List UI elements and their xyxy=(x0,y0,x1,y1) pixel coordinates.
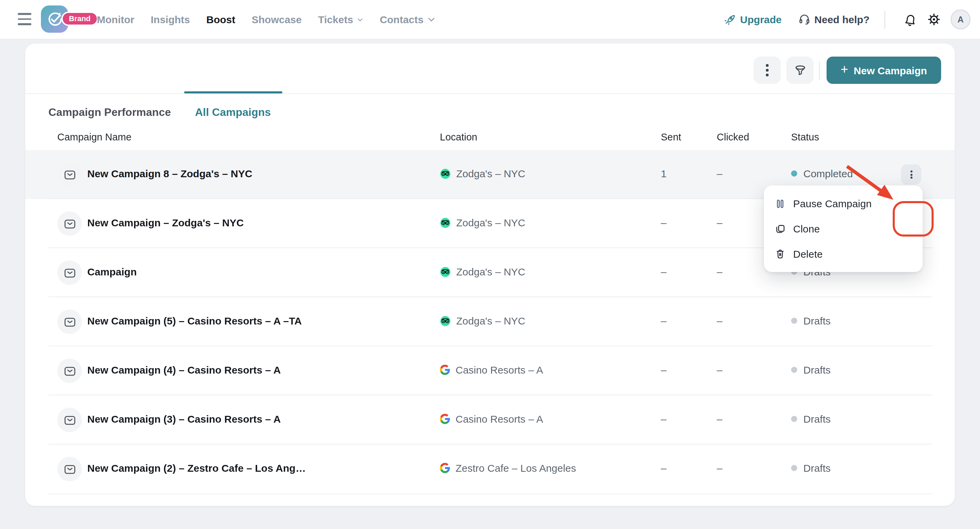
status-dot xyxy=(791,465,797,471)
column-header-status: Status xyxy=(791,132,819,143)
topbar-right-cluster: Upgrade Need help? xyxy=(725,0,970,39)
nav-item-insights[interactable]: Insights xyxy=(151,14,190,25)
column-header-location: Location xyxy=(440,132,477,143)
status-dot xyxy=(791,170,797,176)
hamburger-menu-icon[interactable] xyxy=(18,13,31,25)
campaign-name: New Campaign 8 – Zodga's – NYC xyxy=(87,168,252,179)
nav-item-tickets[interactable]: Tickets xyxy=(318,14,363,25)
status-badge: Drafts xyxy=(791,462,830,474)
campaign-envelope-icon xyxy=(57,408,82,432)
clicked-value: – xyxy=(717,413,722,425)
campaign-envelope-icon xyxy=(57,261,82,285)
nav-item-showcase[interactable]: Showcase xyxy=(251,14,302,25)
sent-value: – xyxy=(661,315,667,327)
user-avatar[interactable]: A xyxy=(951,10,970,29)
menu-item-delete[interactable]: Delete xyxy=(764,241,923,267)
campaign-location: Casino Resorts – A xyxy=(440,364,543,376)
column-header-sent: Sent xyxy=(661,132,681,143)
sent-value: – xyxy=(661,413,667,425)
clone-icon xyxy=(775,223,786,234)
table-row[interactable]: New Campaign (5) – Casino Resorts – A –T… xyxy=(25,297,955,346)
google-icon xyxy=(440,463,450,473)
annotation-arrow xyxy=(839,159,921,221)
campaign-location: Zodga's – NYC xyxy=(440,217,525,228)
sent-value: – xyxy=(661,266,667,278)
status-dot xyxy=(791,416,797,422)
new-campaign-button[interactable]: + New Campaign xyxy=(827,57,941,84)
nav-item-monitor[interactable]: Monitor xyxy=(97,14,134,25)
nav-item-contacts[interactable]: Contacts xyxy=(380,14,436,25)
campaign-location: Zestro Cafe – Los Angeles xyxy=(440,462,576,474)
campaign-name: New Campaign – Zodga's – NYC xyxy=(87,217,244,228)
tab-campaign-performance[interactable]: Campaign Performance xyxy=(48,106,171,119)
notifications-bell-icon[interactable] xyxy=(899,8,922,31)
campaign-name: New Campaign (3) – Casino Resorts – A xyxy=(87,413,281,425)
filter-button[interactable] xyxy=(786,57,814,84)
clicked-value: – xyxy=(717,462,722,474)
tab-all-campaigns[interactable]: All Campaigns xyxy=(195,106,271,119)
sent-value: 1 xyxy=(661,168,667,179)
google-icon xyxy=(440,414,450,424)
headset-icon xyxy=(799,14,810,25)
clicked-value: – xyxy=(717,266,722,278)
brand-badge: Brand xyxy=(61,11,98,26)
campaign-name: New Campaign (5) – Casino Resorts – A –T… xyxy=(87,315,302,327)
row-divider xyxy=(48,395,932,396)
row-divider xyxy=(48,346,932,346)
table-row[interactable]: New Campaign (2) – Zestro Cafe – Los Ang… xyxy=(25,445,955,494)
sent-value: – xyxy=(661,217,667,228)
topbar-divider xyxy=(885,11,885,28)
screen: Brand Monitor Insights Boost Showcase Ti… xyxy=(0,0,980,529)
campaign-name: New Campaign (2) – Zestro Cafe – Los Ang… xyxy=(87,462,306,474)
tripadvisor-icon xyxy=(440,315,451,326)
tripadvisor-icon xyxy=(440,168,451,179)
tabs-divider xyxy=(25,94,955,94)
row-divider xyxy=(48,297,932,297)
campaign-envelope-icon xyxy=(57,359,82,383)
plus-icon: + xyxy=(840,62,848,77)
column-header-campaign-name: Campaign Name xyxy=(57,132,132,143)
status-dot xyxy=(791,367,797,373)
google-icon xyxy=(440,365,450,375)
status-dot xyxy=(791,318,797,324)
rocket-icon xyxy=(725,14,736,25)
toolbar-divider xyxy=(819,61,820,80)
campaign-location: Casino Resorts – A xyxy=(440,413,543,425)
campaign-name: New Campaign (4) – Casino Resorts – A xyxy=(87,364,281,376)
need-help-link[interactable]: Need help? xyxy=(799,14,870,25)
campaign-envelope-icon xyxy=(57,457,82,481)
column-header-clicked: Clicked xyxy=(717,132,749,143)
upgrade-link[interactable]: Upgrade xyxy=(725,14,782,25)
campaign-location: Zodga's – NYC xyxy=(440,168,525,179)
row-divider xyxy=(48,444,932,445)
sent-value: – xyxy=(661,462,667,474)
clicked-value: – xyxy=(717,217,722,228)
campaigns-card: Campaign Performance All Campaigns + New… xyxy=(25,44,955,506)
chevron-down-icon xyxy=(357,16,363,23)
tripadvisor-icon xyxy=(440,266,451,277)
table-row[interactable]: New Campaign (3) – Casino Resorts – A Ca… xyxy=(25,396,955,445)
delete-icon xyxy=(775,248,786,259)
campaign-envelope-icon xyxy=(57,211,82,236)
card-kebab-button[interactable] xyxy=(754,57,781,84)
table-row[interactable]: New Campaign (4) – Casino Resorts – A Ca… xyxy=(25,346,955,396)
campaign-envelope-icon xyxy=(57,162,82,187)
table-header-row: Campaign Name Location Sent Clicked Stat… xyxy=(25,128,955,149)
clicked-value: – xyxy=(717,364,722,376)
campaign-location: Zodga's – NYC xyxy=(440,315,525,327)
status-badge: Drafts xyxy=(791,413,830,425)
table-bottom-divider xyxy=(48,494,932,494)
top-navigation-bar: Brand Monitor Insights Boost Showcase Ti… xyxy=(0,0,980,40)
nav-item-boost[interactable]: Boost xyxy=(206,14,235,25)
campaign-name: Campaign xyxy=(87,266,137,278)
logo-bird-icon xyxy=(46,10,64,28)
chevron-down-icon xyxy=(427,15,436,24)
campaign-location: Zodga's – NYC xyxy=(440,266,525,278)
settings-gear-icon[interactable] xyxy=(922,8,945,31)
tripadvisor-icon xyxy=(440,217,451,228)
clicked-value: – xyxy=(717,168,722,179)
sent-value: – xyxy=(661,364,667,376)
clicked-value: – xyxy=(717,315,722,327)
primary-nav: Monitor Insights Boost Showcase Tickets … xyxy=(97,0,436,39)
pause-icon xyxy=(775,198,786,209)
